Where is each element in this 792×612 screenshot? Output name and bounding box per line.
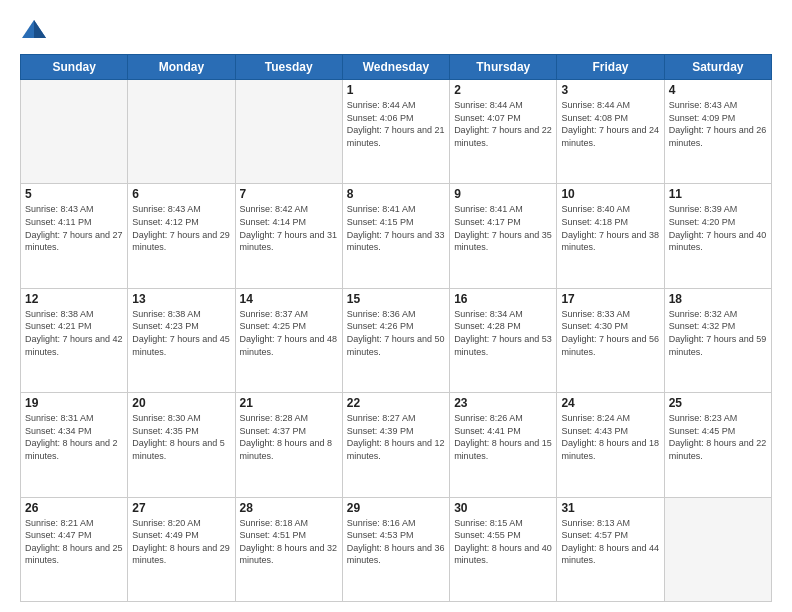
day-number: 27 <box>132 501 230 515</box>
day-number: 24 <box>561 396 659 410</box>
weekday-header-thursday: Thursday <box>450 55 557 80</box>
calendar-cell: 18Sunrise: 8:32 AM Sunset: 4:32 PM Dayli… <box>664 288 771 392</box>
calendar-cell: 1Sunrise: 8:44 AM Sunset: 4:06 PM Daylig… <box>342 80 449 184</box>
day-number: 12 <box>25 292 123 306</box>
calendar-week-row: 12Sunrise: 8:38 AM Sunset: 4:21 PM Dayli… <box>21 288 772 392</box>
calendar-cell <box>235 80 342 184</box>
day-number: 13 <box>132 292 230 306</box>
calendar-cell <box>21 80 128 184</box>
calendar-cell: 13Sunrise: 8:38 AM Sunset: 4:23 PM Dayli… <box>128 288 235 392</box>
weekday-header-monday: Monday <box>128 55 235 80</box>
logo-icon <box>20 16 48 44</box>
day-info: Sunrise: 8:15 AM Sunset: 4:55 PM Dayligh… <box>454 517 552 567</box>
calendar-week-row: 19Sunrise: 8:31 AM Sunset: 4:34 PM Dayli… <box>21 393 772 497</box>
day-info: Sunrise: 8:30 AM Sunset: 4:35 PM Dayligh… <box>132 412 230 462</box>
day-number: 6 <box>132 187 230 201</box>
calendar-week-row: 26Sunrise: 8:21 AM Sunset: 4:47 PM Dayli… <box>21 497 772 601</box>
day-number: 18 <box>669 292 767 306</box>
day-number: 21 <box>240 396 338 410</box>
day-number: 3 <box>561 83 659 97</box>
day-info: Sunrise: 8:13 AM Sunset: 4:57 PM Dayligh… <box>561 517 659 567</box>
day-info: Sunrise: 8:39 AM Sunset: 4:20 PM Dayligh… <box>669 203 767 253</box>
day-info: Sunrise: 8:28 AM Sunset: 4:37 PM Dayligh… <box>240 412 338 462</box>
day-number: 9 <box>454 187 552 201</box>
day-number: 2 <box>454 83 552 97</box>
day-info: Sunrise: 8:24 AM Sunset: 4:43 PM Dayligh… <box>561 412 659 462</box>
day-info: Sunrise: 8:44 AM Sunset: 4:06 PM Dayligh… <box>347 99 445 149</box>
day-number: 16 <box>454 292 552 306</box>
day-number: 14 <box>240 292 338 306</box>
day-info: Sunrise: 8:36 AM Sunset: 4:26 PM Dayligh… <box>347 308 445 358</box>
calendar-cell: 25Sunrise: 8:23 AM Sunset: 4:45 PM Dayli… <box>664 393 771 497</box>
calendar-cell: 12Sunrise: 8:38 AM Sunset: 4:21 PM Dayli… <box>21 288 128 392</box>
day-number: 1 <box>347 83 445 97</box>
calendar-cell: 15Sunrise: 8:36 AM Sunset: 4:26 PM Dayli… <box>342 288 449 392</box>
calendar-table: SundayMondayTuesdayWednesdayThursdayFrid… <box>20 54 772 602</box>
calendar-cell: 5Sunrise: 8:43 AM Sunset: 4:11 PM Daylig… <box>21 184 128 288</box>
day-number: 22 <box>347 396 445 410</box>
calendar-cell: 30Sunrise: 8:15 AM Sunset: 4:55 PM Dayli… <box>450 497 557 601</box>
calendar-cell: 9Sunrise: 8:41 AM Sunset: 4:17 PM Daylig… <box>450 184 557 288</box>
calendar-week-row: 5Sunrise: 8:43 AM Sunset: 4:11 PM Daylig… <box>21 184 772 288</box>
day-info: Sunrise: 8:41 AM Sunset: 4:17 PM Dayligh… <box>454 203 552 253</box>
calendar-cell: 7Sunrise: 8:42 AM Sunset: 4:14 PM Daylig… <box>235 184 342 288</box>
day-number: 5 <box>25 187 123 201</box>
calendar-cell: 3Sunrise: 8:44 AM Sunset: 4:08 PM Daylig… <box>557 80 664 184</box>
day-info: Sunrise: 8:44 AM Sunset: 4:08 PM Dayligh… <box>561 99 659 149</box>
day-info: Sunrise: 8:20 AM Sunset: 4:49 PM Dayligh… <box>132 517 230 567</box>
calendar-cell: 26Sunrise: 8:21 AM Sunset: 4:47 PM Dayli… <box>21 497 128 601</box>
day-info: Sunrise: 8:31 AM Sunset: 4:34 PM Dayligh… <box>25 412 123 462</box>
day-info: Sunrise: 8:26 AM Sunset: 4:41 PM Dayligh… <box>454 412 552 462</box>
weekday-header-sunday: Sunday <box>21 55 128 80</box>
calendar-cell: 28Sunrise: 8:18 AM Sunset: 4:51 PM Dayli… <box>235 497 342 601</box>
calendar-cell: 22Sunrise: 8:27 AM Sunset: 4:39 PM Dayli… <box>342 393 449 497</box>
calendar-cell: 20Sunrise: 8:30 AM Sunset: 4:35 PM Dayli… <box>128 393 235 497</box>
day-info: Sunrise: 8:37 AM Sunset: 4:25 PM Dayligh… <box>240 308 338 358</box>
day-number: 7 <box>240 187 338 201</box>
calendar-cell: 6Sunrise: 8:43 AM Sunset: 4:12 PM Daylig… <box>128 184 235 288</box>
calendar-cell: 23Sunrise: 8:26 AM Sunset: 4:41 PM Dayli… <box>450 393 557 497</box>
calendar-cell: 10Sunrise: 8:40 AM Sunset: 4:18 PM Dayli… <box>557 184 664 288</box>
day-info: Sunrise: 8:43 AM Sunset: 4:09 PM Dayligh… <box>669 99 767 149</box>
day-number: 10 <box>561 187 659 201</box>
day-info: Sunrise: 8:27 AM Sunset: 4:39 PM Dayligh… <box>347 412 445 462</box>
calendar-cell: 19Sunrise: 8:31 AM Sunset: 4:34 PM Dayli… <box>21 393 128 497</box>
svg-marker-1 <box>34 20 46 38</box>
weekday-header-row: SundayMondayTuesdayWednesdayThursdayFrid… <box>21 55 772 80</box>
calendar-cell: 24Sunrise: 8:24 AM Sunset: 4:43 PM Dayli… <box>557 393 664 497</box>
calendar-cell: 8Sunrise: 8:41 AM Sunset: 4:15 PM Daylig… <box>342 184 449 288</box>
day-number: 8 <box>347 187 445 201</box>
weekday-header-wednesday: Wednesday <box>342 55 449 80</box>
calendar-week-row: 1Sunrise: 8:44 AM Sunset: 4:06 PM Daylig… <box>21 80 772 184</box>
header <box>20 16 772 44</box>
weekday-header-saturday: Saturday <box>664 55 771 80</box>
calendar-cell <box>664 497 771 601</box>
day-number: 23 <box>454 396 552 410</box>
day-info: Sunrise: 8:34 AM Sunset: 4:28 PM Dayligh… <box>454 308 552 358</box>
day-info: Sunrise: 8:38 AM Sunset: 4:21 PM Dayligh… <box>25 308 123 358</box>
day-number: 19 <box>25 396 123 410</box>
day-number: 11 <box>669 187 767 201</box>
day-info: Sunrise: 8:38 AM Sunset: 4:23 PM Dayligh… <box>132 308 230 358</box>
day-number: 20 <box>132 396 230 410</box>
calendar-cell: 4Sunrise: 8:43 AM Sunset: 4:09 PM Daylig… <box>664 80 771 184</box>
calendar-cell: 27Sunrise: 8:20 AM Sunset: 4:49 PM Dayli… <box>128 497 235 601</box>
day-info: Sunrise: 8:44 AM Sunset: 4:07 PM Dayligh… <box>454 99 552 149</box>
day-number: 28 <box>240 501 338 515</box>
day-info: Sunrise: 8:23 AM Sunset: 4:45 PM Dayligh… <box>669 412 767 462</box>
calendar-cell <box>128 80 235 184</box>
calendar-cell: 17Sunrise: 8:33 AM Sunset: 4:30 PM Dayli… <box>557 288 664 392</box>
day-number: 31 <box>561 501 659 515</box>
page: SundayMondayTuesdayWednesdayThursdayFrid… <box>0 0 792 612</box>
day-info: Sunrise: 8:18 AM Sunset: 4:51 PM Dayligh… <box>240 517 338 567</box>
day-info: Sunrise: 8:41 AM Sunset: 4:15 PM Dayligh… <box>347 203 445 253</box>
day-info: Sunrise: 8:21 AM Sunset: 4:47 PM Dayligh… <box>25 517 123 567</box>
day-number: 26 <box>25 501 123 515</box>
day-number: 29 <box>347 501 445 515</box>
day-info: Sunrise: 8:42 AM Sunset: 4:14 PM Dayligh… <box>240 203 338 253</box>
weekday-header-friday: Friday <box>557 55 664 80</box>
day-number: 17 <box>561 292 659 306</box>
day-info: Sunrise: 8:43 AM Sunset: 4:11 PM Dayligh… <box>25 203 123 253</box>
calendar-cell: 16Sunrise: 8:34 AM Sunset: 4:28 PM Dayli… <box>450 288 557 392</box>
calendar-cell: 11Sunrise: 8:39 AM Sunset: 4:20 PM Dayli… <box>664 184 771 288</box>
